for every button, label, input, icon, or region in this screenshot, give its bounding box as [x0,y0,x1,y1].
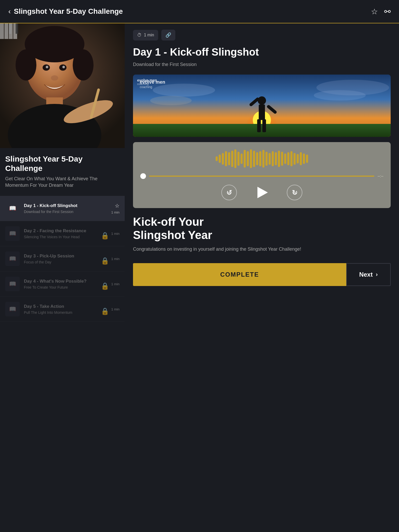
progress-track[interactable] [149,176,374,177]
lesson-list: 📖 Day 1 - Kick-off Slingshot Download fo… [0,196,125,322]
lesson-name: Day 1 - Kick-off Slingshot [24,203,109,209]
waveform-bar [219,155,221,163]
duration-badge-pill: ⏱ 1 min [133,30,158,41]
svg-point-13 [46,66,48,68]
progress-time: --:-- [377,174,383,178]
lesson-desc: Download for the First Session [24,209,109,214]
svg-rect-6 [16,23,18,34]
duration-badge: 1 min [111,232,119,236]
lesson-item[interactable]: 📖 Day 2 - Facing the Resistance Silencin… [0,221,125,246]
lock-icon: 🔒 [101,307,109,315]
badges-row: ⏱ 1 min 🔗 [133,30,391,41]
lesson-icon-box: 📖 [5,251,20,266]
complete-button[interactable]: COMPLETE [133,263,346,286]
progress-thumb[interactable] [140,173,146,179]
play-button[interactable] [252,183,271,202]
waveform-bar [281,152,283,166]
svg-rect-1 [0,23,4,39]
waveform-bar [259,151,261,167]
clock-icon: ⏱ [137,32,142,38]
next-chevron-icon: › [376,271,378,278]
lesson-desc: Silencing The Voices In Your Head [24,235,109,239]
section-body-text: Congratulations on investing in yourself… [133,246,391,253]
lesson-text: Day 1 - Kick-off Slingshot Download for … [24,203,109,214]
lesson-name: Day 3 - Pick-Up Session [24,253,109,259]
duration-badge: 1 min [111,257,119,261]
lesson-name: Day 4 - What's Now Possible? [24,278,109,284]
lesson-desc: Free To Create Your Future [24,285,109,290]
waveform-bar [244,150,246,168]
waveform-bar [278,151,280,167]
play-triangle-icon [257,187,268,198]
waveform-bar [253,151,255,167]
lock-icon: 🔒 [101,282,109,290]
header: ‹ Slingshot Year 5-Day Challenge ☆ ⚯ [0,0,399,23]
course-info: Slingshot Year 5-Day Challenge Get Clear… [0,148,125,192]
next-label: Next [359,271,373,278]
section-heading: Kick-off YourSlingshot Year [133,215,391,242]
header-left: ‹ Slingshot Year 5-Day Challenge [8,7,123,16]
progress-row: --:-- [140,173,383,179]
lesson-icon-box: 📖 [5,302,20,316]
waveform-bar [287,152,289,165]
course-subtitle: Get Clear On What You Want & Achieve The… [5,176,119,189]
book-icon: 📖 [9,205,16,212]
rewind-button[interactable]: ↺ 15 [221,185,237,200]
lesson-name: Day 5 - Take Action [24,304,109,309]
duration-badge: 1 min [111,210,119,214]
lesson-desc: Focus of the Day [24,260,109,264]
waveform-bar [225,151,227,167]
waveform-bar [241,154,243,164]
lesson-text: Day 4 - What's Now Possible? Free To Cre… [24,278,109,290]
lesson-meta: ☆ 1 min [111,203,119,214]
header-title: Slingshot Year 5-Day Challenge [14,7,123,16]
lesson-item[interactable]: 📖 Day 1 - Kick-off Slingshot Download fo… [0,196,125,221]
waveform-bar [303,154,305,164]
waveform-bar [269,153,271,165]
back-button[interactable]: ‹ [8,7,11,16]
waveform-bar [284,154,286,164]
waveform-bar [216,156,218,161]
waveform-bar [222,153,224,165]
waveform-bar [228,152,230,165]
waveform-bar [231,151,233,167]
lesson-name: Day 2 - Facing the Resistance [24,228,109,234]
lesson-item[interactable]: 📖 Day 3 - Pick-Up Session Focus of the D… [0,246,125,271]
book-icon: 📖 [9,255,16,262]
left-panel: Slingshot Year 5-Day Challenge Get Clear… [0,23,125,322]
lesson-meta: 🔒 1 min [111,232,119,236]
svg-point-9 [16,49,36,81]
controls-row: ↺ 15 ↻ 15 [140,183,383,202]
bookmark-icon[interactable]: ☆ [371,7,378,16]
svg-point-10 [73,49,94,81]
waveform-bar [275,152,277,165]
star-icon[interactable]: ☆ [115,203,119,209]
forward-button[interactable]: ↻ 15 [287,185,302,200]
link-badge-pill[interactable]: 🔗 [161,30,175,41]
lesson-icon-box: 📖 [5,201,20,216]
course-title: Slingshot Year 5-Day Challenge [5,154,119,173]
lesson-icon-box: 📖 [5,226,20,241]
waveform-bar [237,152,240,166]
waveform [140,148,383,169]
thumbnail-image [0,23,125,148]
link-icon[interactable]: ⚯ [384,7,391,16]
duration-badge: 1 min [111,307,119,311]
book-icon: 📖 [9,230,16,237]
duration-badge: 1 min [111,282,119,286]
next-button[interactable]: Next › [346,263,391,286]
waveform-bar [306,155,308,163]
audio-player: --:-- ↺ 15 ↻ 15 [133,142,391,208]
lesson-meta: 🔒 1 min [111,282,119,286]
lesson-heading: Day 1 - Kick-off Slingshot [133,46,391,58]
waveform-bar [265,152,268,166]
waveform-bar [300,152,302,165]
evolve-logo: evolve men coaching [137,78,387,85]
lesson-item[interactable]: 📖 Day 5 - Take Action Pull The Light Int… [0,297,125,322]
svg-rect-2 [4,23,8,39]
lesson-item[interactable]: 📖 Day 4 - What's Now Possible? Free To C… [0,271,125,297]
book-icon: 📖 [9,306,16,312]
waveform-bar [247,151,249,167]
waveform-bar [294,153,296,165]
header-right: ☆ ⚯ [371,7,391,16]
